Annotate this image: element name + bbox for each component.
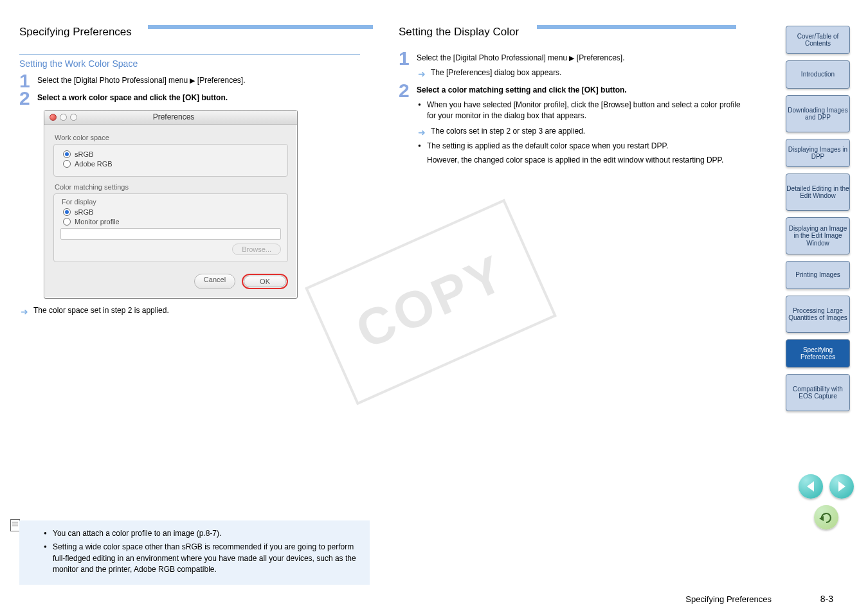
window-titlebar: Preferences <box>44 111 297 125</box>
result-line: The color space set in step 2 is applied… <box>19 305 370 316</box>
radio-label: Adobe RGB <box>75 160 113 168</box>
step-number: 1 <box>399 49 410 68</box>
subsection-heading: Setting the Work Color Space <box>19 54 360 69</box>
radio-display-srgb[interactable] <box>63 208 71 216</box>
nav-edit-image[interactable]: Displaying an Image in the Edit Image Wi… <box>786 217 850 254</box>
note-item: You can attach a color profile to an ima… <box>42 528 362 539</box>
radio-label: sRGB <box>75 208 93 216</box>
page-number: 8-3 <box>820 594 833 604</box>
svg-marker-1 <box>838 481 845 492</box>
nav-printing[interactable]: Printing Images <box>786 261 850 289</box>
nav-downloading[interactable]: Downloading Images and DPP <box>786 95 850 132</box>
preferences-dialog: Preferences Work color space sRGB Adobe … <box>44 110 298 299</box>
step-text: Select a color matching setting and clic… <box>417 85 627 94</box>
page-nav-controls <box>799 474 854 529</box>
svg-marker-0 <box>807 481 814 492</box>
browse-button[interactable]: Browse... <box>232 244 281 255</box>
chapter-nav: Cover/Table of Contents Introduction Dow… <box>786 26 850 418</box>
notes-box: You can attach a color profile to an ima… <box>19 520 370 585</box>
note-item: Setting a wide color space other than sR… <box>42 542 362 575</box>
nav-cover[interactable]: Cover/Table of Contents <box>786 26 850 54</box>
step-1: 1 Select the [Digital Photo Professional… <box>19 75 370 86</box>
note-icon <box>10 519 20 531</box>
subgroup-label: For display <box>62 198 281 206</box>
step-number: 2 <box>19 89 30 108</box>
nav-displaying[interactable]: Displaying Images in DPP <box>786 139 850 167</box>
substep: However, the changed color space is appl… <box>417 155 749 166</box>
window-title: Preferences <box>55 112 292 121</box>
radio-adobergb[interactable] <box>63 160 71 168</box>
step-1: 1 Select the [Digital Photo Professional… <box>399 53 749 78</box>
radio-monitor-profile[interactable] <box>63 218 71 226</box>
profile-path-field[interactable] <box>60 228 281 240</box>
group-label: Color matching settings <box>55 183 288 191</box>
step-number: 2 <box>399 81 410 100</box>
next-page-button[interactable] <box>829 474 854 499</box>
step-text: Select the [Digital Photo Professional] … <box>37 76 190 85</box>
color-matching-group: For display sRGB Monitor profile Browse.… <box>53 193 288 262</box>
page-label: Specifying Preferences <box>685 594 772 604</box>
section-rule <box>148 25 373 29</box>
group-label: Work color space <box>55 134 288 141</box>
back-button[interactable] <box>814 505 838 529</box>
step-2: 2 Select a work color space and click th… <box>19 93 370 103</box>
result-line: The [Preferences] dialog box appears. <box>417 67 749 78</box>
substep: The setting is applied as the default co… <box>417 141 749 152</box>
menu-arrow-icon: ▶ <box>569 54 574 62</box>
radio-srgb[interactable] <box>63 150 71 158</box>
section-rule <box>537 25 736 29</box>
menu-arrow-icon: ▶ <box>190 76 195 84</box>
nav-edit-window[interactable]: Detailed Editing in the Edit Window <box>786 173 850 211</box>
work-color-space-group: sRGB Adobe RGB <box>53 144 288 177</box>
ok-highlight: OK <box>242 274 288 289</box>
ok-button[interactable]: OK <box>244 276 286 287</box>
radio-label: Monitor profile <box>75 218 120 226</box>
step-text: [Preferences]. <box>577 53 625 62</box>
nav-eos-capture[interactable]: Compatibility with EOS Capture <box>786 374 850 411</box>
prev-page-button[interactable] <box>799 474 823 499</box>
step-2: 2 Select a color matching setting and cl… <box>399 85 749 166</box>
result-line: The colors set in step 2 or step 3 are a… <box>417 126 749 137</box>
nav-preferences[interactable]: Specifying Preferences <box>786 339 850 368</box>
step-text: Select a work color space and click the … <box>37 93 228 102</box>
nav-introduction[interactable]: Introduction <box>786 60 850 89</box>
nav-batch[interactable]: Processing Large Quantities of Images <box>786 296 850 333</box>
step-text: Select the [Digital Photo Professional] … <box>417 53 569 62</box>
cancel-button[interactable]: Cancel <box>194 274 235 289</box>
radio-label: sRGB <box>75 150 93 158</box>
step-text: [Preferences]. <box>197 76 246 85</box>
substep: When you have selected [Monitor profile]… <box>417 100 749 122</box>
